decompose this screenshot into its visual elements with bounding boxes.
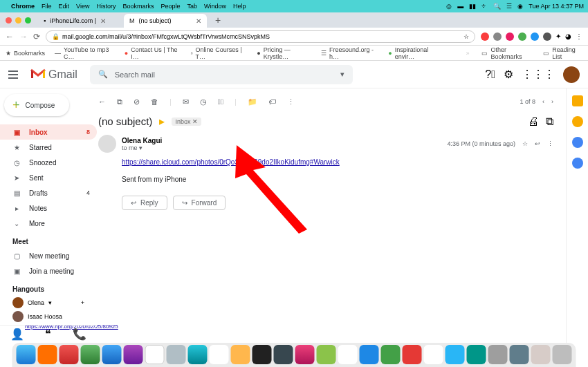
calendar-icon[interactable] (145, 345, 165, 364)
settings-gear-icon[interactable]: ⚙ (504, 68, 513, 81)
system-prefs-icon[interactable] (510, 345, 529, 364)
menu-history[interactable]: History (96, 3, 116, 10)
keep-addon-icon[interactable] (572, 116, 583, 127)
reply-icon[interactable]: ↩ (535, 140, 540, 147)
report-spam-icon[interactable]: ⊘ (134, 97, 140, 106)
safari-icon[interactable] (188, 345, 208, 364)
close-tab-icon[interactable]: ✕ (100, 17, 106, 25)
important-marker-icon[interactable]: ▸ (159, 115, 165, 128)
bookmark-item[interactable]: —YouTube to mp3 C… (55, 46, 115, 60)
other-bookmarks[interactable]: ▭Other Bookmarks (481, 46, 533, 60)
close-window-button[interactable] (6, 17, 12, 23)
bookmark-item[interactable]: ●Pricing — Krystle… (257, 46, 311, 60)
extension-icon[interactable] (531, 32, 539, 41)
bookmark-item[interactable]: ★Bookmarks (6, 50, 45, 57)
delete-icon[interactable]: 🗑 (151, 97, 158, 106)
siri-icon[interactable]: ◉ (517, 3, 523, 10)
calendar-addon-icon[interactable] (572, 95, 583, 106)
labels-icon[interactable]: 🏷 (268, 97, 276, 106)
sidebar-item-more[interactable]: ⌄More (0, 216, 97, 231)
move-to-icon[interactable]: 📁 (248, 97, 257, 106)
meet-join-meeting[interactable]: ▣Join a meeting (0, 263, 97, 279)
new-chat-icon[interactable]: + (81, 299, 84, 306)
address-bar[interactable]: 🔒 mail.google.com/mail/u/3/#inbox/FMfcgx… (46, 30, 475, 43)
site-info-icon[interactable]: 🔒 (52, 33, 59, 40)
person-icon[interactable]: 👤 (10, 328, 24, 341)
menu-view[interactable]: View (76, 3, 89, 10)
forward-button[interactable]: → (19, 32, 28, 41)
profile-icon[interactable]: ◕ (565, 32, 571, 40)
downloads-icon[interactable] (531, 345, 551, 364)
dock-app-icon[interactable] (59, 345, 79, 364)
icloud-share-link[interactable]: https://share.icloud.com/photos/0rQoSTt6… (122, 158, 340, 166)
archive-icon[interactable]: ⧉ (117, 97, 122, 106)
more-actions-icon[interactable]: ⋮ (287, 97, 295, 106)
word-icon[interactable] (360, 345, 379, 364)
extension-icon[interactable] (543, 32, 551, 41)
dock-app-icon[interactable] (445, 345, 465, 364)
browser-tab[interactable]: ▪ iPhoneLife.com | ✕ (38, 14, 121, 28)
extension-icon[interactable] (506, 32, 514, 41)
dock-app-icon[interactable] (338, 345, 358, 364)
dock-app-icon[interactable] (467, 345, 486, 364)
back-to-inbox-icon[interactable]: ← (98, 97, 106, 106)
hangout-self[interactable]: Olena▾ + (0, 296, 97, 310)
sidebar-item-sent[interactable]: ➤Sent (0, 170, 97, 185)
sidebar-item-drafts[interactable]: ▤Drafts4 (0, 185, 97, 200)
bookmark-item[interactable]: ●Inspirational envir… (388, 46, 443, 60)
notes-icon[interactable] (210, 345, 229, 364)
new-tab-button[interactable]: + (210, 15, 226, 26)
dock-app-icon[interactable] (38, 345, 57, 364)
maximize-window-button[interactable] (25, 17, 31, 23)
dock-app-icon[interactable] (317, 345, 336, 364)
battery-icon[interactable]: ▮▮ (469, 3, 476, 10)
sidebar-item-starred[interactable]: ★Starred (0, 140, 97, 155)
recipient-line[interactable]: to me ▾ (122, 144, 162, 151)
menu-help[interactable]: Help (233, 3, 246, 10)
hangouts-icon[interactable]: ❝ (45, 328, 51, 341)
apps-grid-icon[interactable]: ⋮⋮⋮ (522, 68, 555, 81)
main-menu-icon[interactable] (8, 70, 18, 79)
extension-icon[interactable] (481, 32, 489, 41)
dock-app-icon[interactable] (231, 345, 250, 364)
gmail-logo[interactable]: Gmail (30, 66, 77, 84)
star-message-icon[interactable]: ☆ (522, 140, 528, 147)
close-tab-icon[interactable]: ✕ (196, 17, 201, 25)
add-task-icon[interactable]: ✓⃝ (218, 97, 223, 106)
dock-app-icon[interactable] (124, 345, 143, 364)
search-input[interactable]: 🔍 Search mail ▾ (90, 65, 353, 84)
voiceover-icon[interactable]: ◎ (446, 3, 452, 10)
menu-bookmarks[interactable]: Bookmarks (122, 3, 154, 10)
tasks-addon-icon[interactable] (572, 137, 583, 148)
flag-icon[interactable]: ▬ (457, 3, 463, 10)
meet-new-meeting[interactable]: ▢New meeting (0, 248, 97, 263)
menu-window[interactable]: Window (204, 3, 226, 10)
trash-icon[interactable] (553, 345, 572, 364)
label-chip[interactable]: Inbox ✕ (172, 117, 201, 126)
hangout-contact[interactable]: Isaac Hoosa (0, 310, 97, 323)
bookmark-item[interactable]: ☰Freesound.org - h… (321, 46, 378, 60)
next-page-icon[interactable]: › (551, 98, 553, 105)
chrome-icon[interactable] (424, 345, 443, 364)
open-new-window-icon[interactable]: ⧉ (546, 115, 553, 128)
mail-icon[interactable] (102, 345, 122, 364)
menu-edit[interactable]: Edit (59, 3, 70, 10)
menu-file[interactable]: File (42, 3, 52, 10)
sidebar-item-inbox[interactable]: ▣Inbox8 (0, 124, 97, 140)
forward-button[interactable]: ↪Forward (173, 196, 226, 210)
bookmark-item[interactable]: ▫Online Courses | T… (190, 46, 247, 60)
account-avatar[interactable] (563, 66, 580, 83)
print-icon[interactable]: 🖨 (528, 115, 539, 128)
menu-tab[interactable]: Tab (187, 3, 197, 10)
message-menu-icon[interactable]: ⋮ (547, 140, 553, 147)
sidebar-item-snoozed[interactable]: ◷Snoozed (0, 155, 97, 170)
clock[interactable]: Tue Apr 13 4:37 PM (529, 3, 584, 10)
menu-people[interactable]: People (160, 3, 180, 10)
prev-page-icon[interactable]: ‹ (542, 98, 544, 105)
bookmark-item[interactable]: ●Contact Us | The I… (125, 46, 181, 60)
messages-icon[interactable] (81, 345, 100, 364)
compose-button[interactable]: + Compose (4, 94, 69, 116)
excel-icon[interactable] (381, 345, 401, 364)
dock-app-icon[interactable] (167, 345, 186, 364)
snooze-icon[interactable]: ◷ (200, 97, 207, 106)
